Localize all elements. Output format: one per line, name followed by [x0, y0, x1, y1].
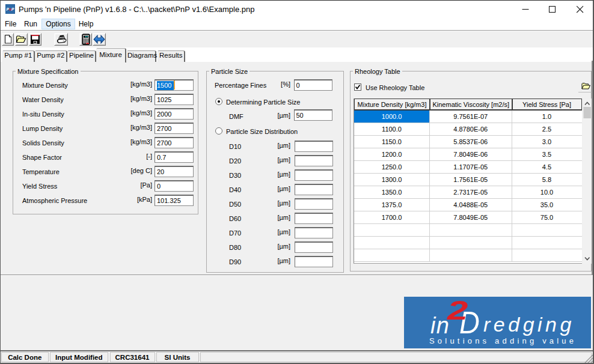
svg-text:PnP: PnP: [7, 7, 14, 11]
